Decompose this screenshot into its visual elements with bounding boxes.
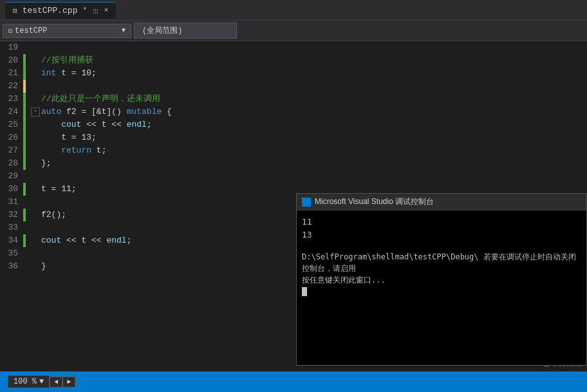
code-line-22: [31, 80, 587, 93]
id-endl-34: endl: [106, 234, 126, 247]
code-text-31: [41, 196, 46, 209]
line-num-31: 31: [8, 196, 18, 209]
fold-icon-24[interactable]: −: [31, 107, 40, 117]
line-num-36: 36: [8, 260, 18, 273]
tab-modified-indicator: *: [82, 6, 87, 14]
code-text-36: }: [41, 260, 46, 273]
zoom-label: 100 %: [14, 377, 37, 386]
file-dropdown-label: testCPP: [15, 26, 47, 35]
code-text-22: [41, 80, 46, 93]
code-text-24b: {: [162, 106, 172, 118]
code-line-21: int t = 10;: [31, 67, 587, 80]
indent-27: [41, 144, 61, 157]
code-text-19: [41, 41, 46, 54]
file-dropdown[interactable]: ⊡ testCPP ▼: [3, 24, 131, 38]
line-num-21: 21: [8, 67, 18, 80]
code-line-27: return t;: [31, 144, 587, 157]
console-popup: Microsoft Visual Studio 调试控制台 11 13 D:\S…: [296, 193, 587, 366]
indent-26: [41, 131, 61, 144]
code-text-23: //此处只是一个声明，还未调用: [41, 93, 160, 106]
dropdown-arrow-icon: ▼: [122, 27, 126, 34]
code-text-32: ();: [51, 209, 66, 221]
console-cursor: [302, 287, 307, 296]
id-endl-25: endl: [127, 118, 147, 131]
line-num-33: 33: [8, 221, 18, 234]
code-line-20: //按引用捕获: [31, 54, 587, 67]
line-num-24: 24: [8, 106, 18, 118]
code-text-34b: ;: [127, 234, 132, 247]
line-num-28: 28: [8, 157, 18, 170]
line-num-34: 34: [8, 234, 18, 247]
tab-name: testCPP.cpp: [23, 6, 78, 15]
code-line-23: //此处只是一个声明，还未调用: [31, 93, 587, 106]
kw-mutable-24: mutable: [127, 106, 162, 118]
nav-bar: ⊡ testCPP ▼ (全局范围): [0, 21, 587, 41]
code-line-19: [31, 41, 587, 54]
line-num-25: 25: [8, 118, 18, 131]
console-app-icon: [302, 198, 311, 207]
line-num-26: 26: [8, 131, 18, 144]
console-title-text: Microsoft Visual Studio 调试控制台: [315, 196, 434, 207]
line-num-32: 32: [8, 209, 18, 221]
code-text-28: };: [41, 157, 51, 170]
title-bar: ⊡ testCPP.cpp * ◫ ×: [0, 0, 587, 21]
editor-tab[interactable]: ⊡ testCPP.cpp * ◫ ×: [5, 2, 116, 19]
code-text-26: t = 13;: [61, 131, 97, 144]
indent-25: [41, 118, 61, 131]
status-bar: 100 % ▼ ◄ ►: [0, 371, 587, 392]
line-numbers: 19 20 21 22 23 24 25 26 27 28 29 30 31 3…: [0, 41, 23, 371]
line-num-29: 29: [8, 170, 18, 183]
line-num-30: 30: [8, 183, 18, 196]
kw-auto-24: auto: [41, 106, 61, 118]
code-text-29: [41, 170, 46, 183]
code-text-33: [41, 221, 46, 234]
console-output-2: 13: [302, 229, 581, 241]
code-text-25a: << t <<: [81, 118, 126, 131]
code-line-29: [31, 170, 587, 183]
file-dropdown-icon: ⊡: [8, 27, 12, 35]
code-text-27: t;: [91, 144, 106, 157]
code-line-26: t = 13;: [31, 131, 587, 144]
code-text-20: //按引用捕获: [41, 54, 93, 67]
console-msg-2: 按任意键关闭此窗口...: [302, 275, 386, 285]
scope-label: (全局范围): [142, 26, 182, 35]
line-num-23: 23: [8, 93, 18, 106]
tab-close-button[interactable]: ×: [104, 6, 109, 14]
kw-int-21: int: [41, 67, 56, 80]
scope-dropdown[interactable]: (全局范围): [134, 23, 237, 39]
zoom-dropdown-icon: ▼: [39, 377, 44, 386]
code-text-25b: ;: [147, 118, 152, 131]
code-text-30: t = 11;: [41, 183, 77, 196]
line-num-20: 20: [8, 54, 18, 67]
tab-pin-icon[interactable]: ◫: [93, 6, 98, 15]
code-text-21: t = 10;: [56, 67, 96, 80]
console-body[interactable]: 11 13 D:\SelfProgram\shellmad\testCPP\De…: [297, 210, 586, 365]
line-num-35: 35: [8, 247, 18, 260]
fn-f2-32: f2: [41, 209, 51, 221]
code-line-25: cout << t << endl ;: [31, 118, 587, 131]
kw-return-27: return: [61, 144, 91, 157]
code-text-35: [41, 247, 46, 260]
code-line-28: };: [31, 157, 587, 170]
code-text-34a: << t <<: [61, 234, 106, 247]
line-num-27: 27: [8, 144, 18, 157]
id-cout-25: cout: [61, 118, 81, 131]
console-path-line: D:\SelfProgram\shellmad\testCPP\Debug\: [302, 252, 479, 261]
console-output-1: 11: [302, 216, 581, 229]
scroll-right-button[interactable]: ►: [62, 377, 75, 387]
scroll-left-button[interactable]: ◄: [50, 377, 62, 387]
id-cout-34: cout: [41, 234, 61, 247]
line-num-19: 19: [8, 41, 18, 54]
line-num-22: 22: [8, 80, 18, 93]
code-line-24: − auto f2 = [&t]() mutable {: [31, 106, 587, 118]
file-icon: ⊡: [13, 6, 17, 15]
console-title-bar: Microsoft Visual Studio 调试控制台: [297, 194, 586, 210]
zoom-control[interactable]: 100 % ▼: [8, 375, 50, 388]
code-text-24a: f2 = [&t](): [61, 106, 126, 118]
